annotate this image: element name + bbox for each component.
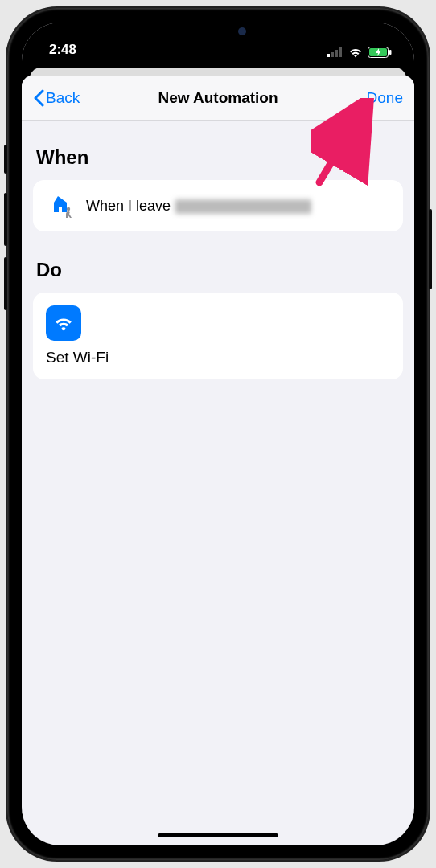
done-button[interactable]: Done	[323, 89, 403, 107]
cellular-signal-icon	[327, 47, 343, 57]
when-section-title: When	[36, 146, 400, 169]
screen: 2:48 Back	[22, 23, 414, 845]
notch	[134, 21, 302, 47]
svg-rect-6	[389, 50, 392, 55]
back-button[interactable]: Back	[33, 89, 113, 107]
action-label: Set Wi-Fi	[46, 349, 390, 366]
mute-switch	[4, 145, 7, 174]
nav-bar: Back New Automation Done	[22, 76, 414, 121]
home-indicator[interactable]	[158, 833, 278, 837]
wifi-icon	[348, 47, 363, 58]
volume-down	[4, 257, 7, 310]
power-button	[429, 209, 432, 289]
svg-rect-1	[331, 52, 334, 57]
when-trigger-card[interactable]: When I leave	[33, 180, 403, 231]
volume-up	[4, 193, 7, 246]
chevron-left-icon	[33, 89, 44, 107]
do-section-title: Do	[36, 259, 400, 281]
do-action-card[interactable]: Set Wi-Fi	[33, 293, 403, 379]
redacted-location	[175, 199, 311, 214]
status-indicators	[327, 47, 392, 58]
svg-rect-2	[335, 50, 338, 57]
modal-sheet: Back New Automation Done When	[22, 76, 414, 845]
svg-point-7	[67, 207, 70, 211]
back-label: Back	[46, 89, 80, 107]
svg-rect-0	[327, 54, 330, 57]
battery-charging-icon	[368, 47, 392, 58]
modal-stack: Back New Automation Done When	[22, 61, 414, 845]
phone-frame: 2:48 Back	[7, 8, 429, 860]
wifi-action-icon	[46, 305, 81, 341]
content-area: When When I leave	[22, 121, 414, 845]
leave-home-icon	[46, 191, 75, 220]
trigger-text: When I leave	[86, 198, 311, 215]
page-title: New Automation	[113, 89, 323, 107]
status-time: 2:48	[49, 42, 76, 58]
svg-rect-3	[339, 47, 342, 57]
